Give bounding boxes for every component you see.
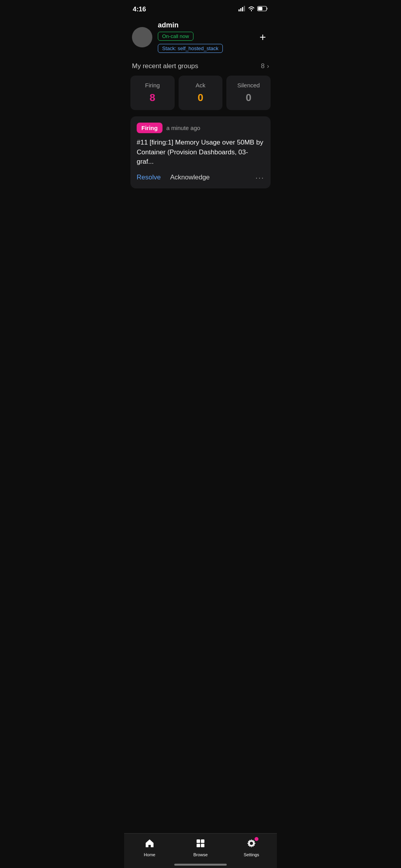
acknowledge-button[interactable]: Acknowledge	[170, 174, 210, 181]
svg-rect-5	[267, 8, 268, 10]
status-time: 4:16	[133, 5, 146, 13]
alert-card-header: Firing a minute ago	[137, 123, 264, 133]
alert-group-count: 8	[261, 62, 264, 70]
svg-rect-2	[242, 7, 243, 11]
svg-rect-6	[258, 7, 262, 11]
alert-actions: Resolve Acknowledge ···	[137, 173, 264, 182]
svg-rect-3	[244, 6, 245, 11]
add-button[interactable]: +	[256, 29, 269, 45]
stat-value-ack: 0	[183, 92, 218, 104]
oncall-badge: On-call now	[158, 32, 193, 41]
profile-header: admin On-call now Stack: self_hosted_sta…	[124, 16, 277, 59]
alert-card[interactable]: Firing a minute ago #11 [firing:1] Memor…	[130, 116, 271, 188]
profile-badges: On-call now Stack: self_hosted_stack	[158, 32, 251, 53]
more-options-button[interactable]: ···	[255, 173, 264, 182]
chevron-right-icon: ›	[267, 63, 269, 70]
stat-label-ack: Ack	[183, 82, 218, 89]
stats-row: Firing 8 Ack 0 Silenced 0	[124, 76, 277, 116]
section-header: My recent alert groups 8 ›	[124, 59, 277, 76]
stat-card-silenced[interactable]: Silenced 0	[226, 76, 271, 110]
stat-card-ack[interactable]: Ack 0	[179, 76, 223, 110]
profile-info: admin On-call now Stack: self_hosted_sta…	[158, 21, 251, 53]
profile-name: admin	[158, 21, 251, 29]
stat-value-silenced: 0	[231, 92, 266, 104]
status-icons	[238, 6, 268, 13]
wifi-icon	[248, 6, 255, 13]
section-title: My recent alert groups	[132, 62, 198, 70]
stat-value-firing: 8	[135, 92, 170, 104]
svg-rect-0	[238, 9, 240, 11]
alert-title: #11 [firing:1] Memory Usage over 50MB by…	[137, 138, 264, 167]
resolve-button[interactable]: Resolve	[137, 174, 161, 181]
alert-time: a minute ago	[166, 125, 200, 131]
stat-card-firing[interactable]: Firing 8	[130, 76, 175, 110]
avatar	[132, 27, 152, 47]
firing-badge: Firing	[137, 123, 163, 133]
stat-label-firing: Firing	[135, 82, 170, 89]
svg-rect-1	[240, 8, 242, 11]
stat-label-silenced: Silenced	[231, 82, 266, 89]
status-bar: 4:16	[124, 0, 277, 16]
battery-icon	[257, 6, 268, 13]
signal-icon	[238, 6, 246, 13]
section-count-button[interactable]: 8 ›	[261, 62, 269, 70]
stack-badge: Stack: self_hosted_stack	[158, 44, 223, 53]
